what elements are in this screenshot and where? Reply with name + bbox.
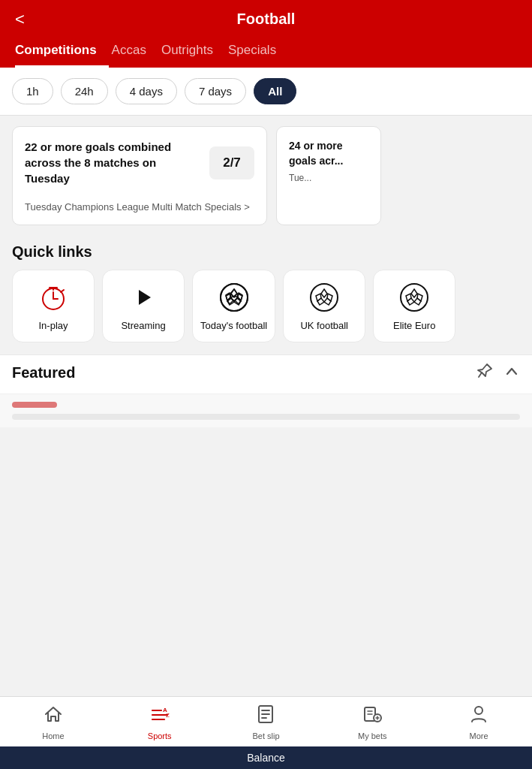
play-icon [127,281,160,314]
nav-mybets[interactable]: My bets [319,697,425,746]
bet-cards-section: 22 or more goals combined across the 8 m… [0,116,532,236]
football-icon-elite [398,281,431,314]
quick-link-inplay[interactable]: In-play [12,270,95,342]
header: < Football Competitions Accas Outrights … [0,0,532,68]
featured-title: Featured [12,364,75,381]
home-icon [44,704,63,728]
bet-card-2-partial[interactable]: 24 or more goals acr... Tue... [276,126,381,225]
filter-4days[interactable]: 4 days [116,78,177,104]
time-filter: 1h 24h 4 days 7 days All [0,68,532,116]
filter-7days[interactable]: 7 days [185,78,246,104]
tab-outrights[interactable]: Outrights [161,35,225,68]
featured-actions [476,363,520,383]
partial-subtitle: Tue... [289,173,368,183]
bet-card-inner: 22 or more goals combined across the 8 m… [25,139,254,186]
bet-card-1[interactable]: 22 or more goals combined across the 8 m… [12,126,267,225]
quick-link-elite-euro[interactable]: Elite Euro [373,270,455,342]
nav-more-label: More [470,731,488,740]
partial-title: 24 or more goals acr... [289,139,368,168]
featured-section: Featured [0,354,532,394]
filter-all[interactable]: All [254,78,296,104]
chevron-up-icon[interactable] [503,363,520,383]
svg-text:Z: Z [166,712,170,719]
nav-tabs: Competitions Accas Outrights Specials [15,35,517,68]
balance-bar[interactable]: Balance [0,746,532,769]
quick-link-streaming[interactable]: Streaming [102,270,185,342]
tab-competitions[interactable]: Competitions [15,35,109,68]
nav-sports-label: Sports [148,731,172,740]
quick-link-elite-label: Elite Euro [393,320,435,333]
quick-link-uk-football[interactable]: UK football [283,270,365,342]
bottom-nav: Home A Z Sports [0,696,532,769]
bet-card-subtitle[interactable]: Tuesday Champions League Multi Match Spe… [25,201,254,213]
pin-icon[interactable] [476,363,493,383]
bottom-nav-items: Home A Z Sports [0,697,532,746]
featured-content-partial [0,394,532,427]
quick-links: In-play Streaming [0,270,532,354]
nav-betslip[interactable]: Bet slip [213,697,320,746]
clock-icon [37,281,70,314]
betslip-icon [257,704,275,728]
nav-home[interactable]: Home [0,697,107,746]
quick-link-todays-football[interactable]: Today's football [192,270,275,342]
football-icon-uk [308,281,341,314]
tab-accas[interactable]: Accas [112,35,158,68]
back-button[interactable]: < [15,10,25,29]
filter-1h[interactable]: 1h [12,78,53,104]
bet-odds[interactable]: 2/7 [209,146,254,179]
nav-betslip-label: Bet slip [252,731,279,740]
quick-link-uk-label: UK football [300,320,348,333]
filter-24h[interactable]: 24h [61,78,108,104]
svg-marker-6 [139,290,151,305]
nav-more[interactable]: More [425,697,532,746]
nav-sports[interactable]: A Z Sports [107,697,213,746]
bet-card-title: 22 or more goals combined across the 8 m… [25,139,199,186]
svg-line-17 [479,372,482,377]
more-icon [469,704,488,728]
quick-link-streaming-label: Streaming [121,320,165,333]
page-title: Football [237,11,296,28]
mybets-icon [362,704,382,728]
tab-specials[interactable]: Specials [228,35,288,68]
quick-link-inplay-label: In-play [38,320,68,333]
football-icon-todays [218,281,251,314]
svg-line-5 [61,290,64,292]
svg-point-33 [475,707,482,714]
header-top: < Football [15,11,517,35]
nav-home-label: Home [42,731,64,740]
balance-label: Balance [247,752,285,764]
quick-link-todays-label: Today's football [200,320,267,333]
nav-mybets-label: My bets [358,731,387,740]
sports-icon: A Z [149,704,170,728]
quick-links-title: Quick links [0,236,532,270]
bet-card-text: 22 or more goals combined across the 8 m… [25,139,199,186]
